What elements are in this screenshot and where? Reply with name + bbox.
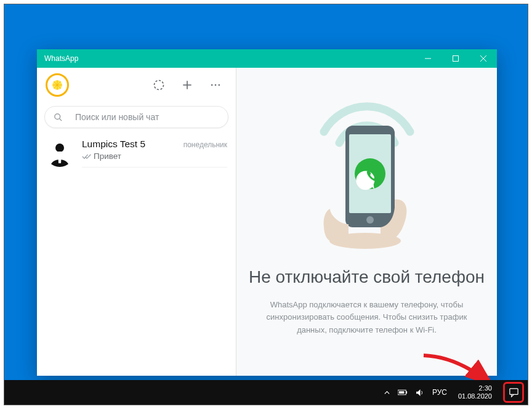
search-input[interactable]: Поиск или новый чат <box>44 106 228 128</box>
language-indicator[interactable]: РУС <box>432 388 447 397</box>
volume-icon[interactable] <box>416 389 425 397</box>
plus-icon <box>181 79 193 91</box>
notification-icon <box>509 387 519 398</box>
svg-line-16 <box>59 118 62 121</box>
profile-avatar[interactable] <box>46 73 69 97</box>
chat-preview: Привет <box>94 152 121 161</box>
chat-sidebar: Поиск или новый чат Lump <box>37 68 236 376</box>
clock[interactable]: 2:30 01.08.2020 <box>458 384 492 400</box>
chat-list-item[interactable]: Lumpics Test 5 понедельник Привет <box>37 132 236 174</box>
person-silhouette-icon <box>46 139 74 167</box>
lemon-icon <box>49 77 65 93</box>
svg-point-12 <box>211 84 213 86</box>
close-button[interactable] <box>469 49 497 68</box>
status-icon <box>153 79 165 91</box>
maximize-button[interactable] <box>441 49 469 68</box>
taskbar-date: 01.08.2020 <box>458 392 492 400</box>
svg-point-18 <box>55 144 64 152</box>
window-title: WhatsApp <box>44 54 414 63</box>
welcome-description: WhatsApp подключается к вашему телефону,… <box>256 299 478 336</box>
window-titlebar[interactable]: WhatsApp <box>37 49 497 68</box>
svg-rect-1 <box>453 56 458 62</box>
chat-name: Lumpics Test 5 <box>82 139 145 150</box>
tray-chevron-icon[interactable] <box>384 389 390 396</box>
search-container: Поиск или новый чат <box>37 102 236 132</box>
svg-point-9 <box>155 81 164 90</box>
windows-taskbar[interactable]: РУС 2:30 01.08.2020 <box>4 380 528 405</box>
read-ticks-icon <box>82 153 92 160</box>
dots-icon <box>209 79 222 91</box>
status-button[interactable] <box>147 73 171 97</box>
svg-point-15 <box>55 113 60 119</box>
welcome-illustration <box>287 95 447 255</box>
svg-point-13 <box>215 84 217 86</box>
desktop-background: WhatsApp <box>4 4 528 405</box>
search-icon <box>54 113 63 122</box>
system-tray: РУС 2:30 01.08.2020 <box>384 382 523 403</box>
svg-rect-26 <box>406 391 407 394</box>
new-chat-button[interactable] <box>175 73 199 97</box>
svg-point-22 <box>366 216 374 224</box>
svg-rect-28 <box>509 388 517 394</box>
app-body: Поиск или новый чат Lump <box>37 68 497 376</box>
phone-hand-icon <box>305 119 429 249</box>
welcome-panel: Не отключайте свой телефон WhatsApp подк… <box>236 68 497 376</box>
svg-rect-27 <box>399 391 405 394</box>
chat-timestamp: понедельник <box>183 140 227 149</box>
minimize-button[interactable] <box>414 49 441 68</box>
search-placeholder: Поиск или новый чат <box>75 112 159 122</box>
chat-body: Lumpics Test 5 понедельник Привет <box>82 139 227 168</box>
taskbar-time: 2:30 <box>458 384 492 392</box>
menu-button[interactable] <box>204 73 227 97</box>
welcome-heading: Не отключайте свой телефон <box>249 266 485 288</box>
svg-point-24 <box>329 233 401 249</box>
whatsapp-window: WhatsApp <box>37 49 497 376</box>
action-center-button[interactable] <box>503 382 524 403</box>
chat-avatar <box>46 139 74 167</box>
svg-point-14 <box>219 84 220 86</box>
battery-icon[interactable] <box>398 389 408 396</box>
sidebar-header <box>37 68 236 102</box>
